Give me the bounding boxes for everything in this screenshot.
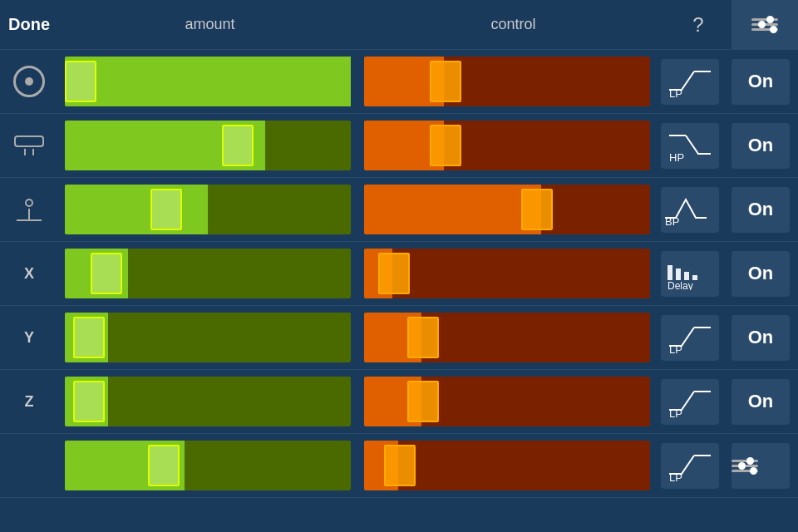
row-icon bbox=[0, 135, 58, 155]
table-row: Y LP On bbox=[0, 306, 798, 370]
on-toggle[interactable]: On bbox=[723, 59, 798, 105]
header: Done amount control ? bbox=[0, 0, 798, 50]
control-bar[interactable] bbox=[364, 121, 650, 170]
control-bar[interactable] bbox=[364, 377, 650, 426]
svg-rect-6 bbox=[676, 268, 681, 280]
filter-type-button[interactable]: LP bbox=[661, 379, 719, 425]
table-row: LP On bbox=[0, 50, 798, 114]
row-icon: X bbox=[0, 265, 58, 283]
axis-label-x: X bbox=[24, 265, 34, 283]
svg-text:LP: LP bbox=[669, 471, 682, 482]
row-settings-button[interactable] bbox=[732, 443, 790, 489]
drum-icon bbox=[14, 135, 44, 155]
control-handle[interactable] bbox=[521, 189, 553, 230]
on-button[interactable]: On bbox=[732, 123, 790, 169]
amount-bar[interactable] bbox=[65, 57, 351, 106]
on-button[interactable]: On bbox=[732, 59, 790, 105]
on-toggle[interactable]: On bbox=[723, 315, 798, 361]
on-button[interactable]: On bbox=[732, 315, 790, 361]
on-button[interactable]: On bbox=[732, 379, 790, 425]
on-toggle[interactable]: On bbox=[723, 187, 798, 233]
rows-container: LP On HP bbox=[0, 50, 798, 498]
svg-text:Delay: Delay bbox=[667, 280, 693, 290]
amount-handle[interactable] bbox=[91, 253, 122, 294]
amount-fill bbox=[65, 57, 351, 106]
filter-button[interactable]: LP bbox=[657, 315, 723, 361]
control-bar[interactable] bbox=[364, 249, 650, 298]
control-bar[interactable] bbox=[364, 441, 650, 490]
svg-text:LP: LP bbox=[669, 87, 682, 98]
amount-handle[interactable] bbox=[222, 125, 254, 166]
row-icon bbox=[0, 199, 58, 221]
settings-button-row[interactable] bbox=[723, 443, 798, 489]
amount-handle[interactable] bbox=[73, 317, 105, 358]
control-handle[interactable] bbox=[378, 253, 410, 294]
amount-bar[interactable] bbox=[65, 313, 351, 362]
filter-type-button[interactable]: BP bbox=[661, 187, 719, 233]
help-button[interactable]: ? bbox=[665, 0, 732, 49]
on-toggle[interactable]: On bbox=[723, 251, 798, 297]
control-bar[interactable] bbox=[364, 57, 650, 106]
svg-rect-7 bbox=[684, 272, 689, 280]
svg-text:BP: BP bbox=[665, 215, 679, 226]
on-toggle[interactable]: On bbox=[723, 379, 798, 425]
filter-type-button[interactable]: HP bbox=[661, 123, 719, 169]
table-row: Z LP On bbox=[0, 370, 798, 434]
on-button[interactable]: On bbox=[732, 251, 790, 297]
filter-button[interactable]: LP bbox=[657, 443, 723, 489]
filter-type-button[interactable]: LP bbox=[661, 59, 719, 105]
axis-label-y: Y bbox=[24, 329, 34, 347]
table-row: HP On bbox=[0, 114, 798, 178]
amount-fill bbox=[65, 185, 208, 234]
axis-label-z: Z bbox=[25, 393, 34, 411]
table-row: BP On bbox=[0, 178, 798, 242]
amount-column-header: amount bbox=[58, 16, 362, 33]
filter-type-button[interactable]: LP bbox=[661, 443, 719, 489]
filter-button[interactable]: HP bbox=[657, 123, 723, 169]
filter-button[interactable]: LP bbox=[657, 59, 723, 105]
svg-text:HP: HP bbox=[669, 151, 684, 162]
control-column-header: control bbox=[362, 16, 665, 33]
svg-text:LP: LP bbox=[669, 343, 682, 354]
row-icon: Y bbox=[0, 329, 58, 347]
amount-handle[interactable] bbox=[148, 445, 180, 486]
filter-button[interactable]: LP bbox=[657, 379, 723, 425]
control-handle[interactable] bbox=[407, 317, 439, 358]
svg-rect-8 bbox=[692, 275, 697, 280]
control-handle[interactable] bbox=[430, 61, 461, 102]
on-toggle[interactable]: On bbox=[723, 123, 798, 169]
amount-handle[interactable] bbox=[65, 61, 96, 102]
filter-type-button[interactable]: LP bbox=[661, 315, 719, 361]
settings-button[interactable] bbox=[732, 0, 798, 49]
amount-bar[interactable] bbox=[65, 441, 351, 490]
amount-bar[interactable] bbox=[65, 185, 351, 234]
sliders-icon bbox=[732, 460, 790, 472]
amount-handle[interactable] bbox=[73, 381, 105, 422]
amount-bar[interactable] bbox=[65, 249, 351, 298]
done-button[interactable]: Done bbox=[0, 0, 58, 49]
amount-handle[interactable] bbox=[150, 189, 182, 230]
circle-icon bbox=[13, 66, 45, 97]
control-handle[interactable] bbox=[430, 125, 461, 166]
svg-text:LP: LP bbox=[669, 407, 682, 418]
filter-button[interactable]: BP bbox=[657, 187, 723, 233]
control-bar[interactable] bbox=[364, 313, 650, 362]
row-icon bbox=[0, 66, 58, 97]
table-row: X Delay On bbox=[0, 242, 798, 306]
svg-rect-5 bbox=[667, 265, 672, 280]
filter-type-button[interactable]: Delay bbox=[661, 251, 719, 297]
sliders-icon bbox=[751, 18, 778, 31]
filter-button[interactable]: Delay bbox=[657, 251, 723, 297]
amount-bar[interactable] bbox=[65, 121, 351, 170]
on-button[interactable]: On bbox=[732, 187, 790, 233]
control-handle[interactable] bbox=[384, 445, 416, 486]
table-row: LP bbox=[0, 434, 798, 498]
row-icon: Z bbox=[0, 393, 58, 411]
control-fill bbox=[364, 185, 541, 234]
control-handle[interactable] bbox=[407, 381, 439, 422]
control-bar[interactable] bbox=[364, 185, 650, 234]
amount-bar[interactable] bbox=[65, 377, 351, 426]
hihat-icon bbox=[17, 199, 42, 221]
